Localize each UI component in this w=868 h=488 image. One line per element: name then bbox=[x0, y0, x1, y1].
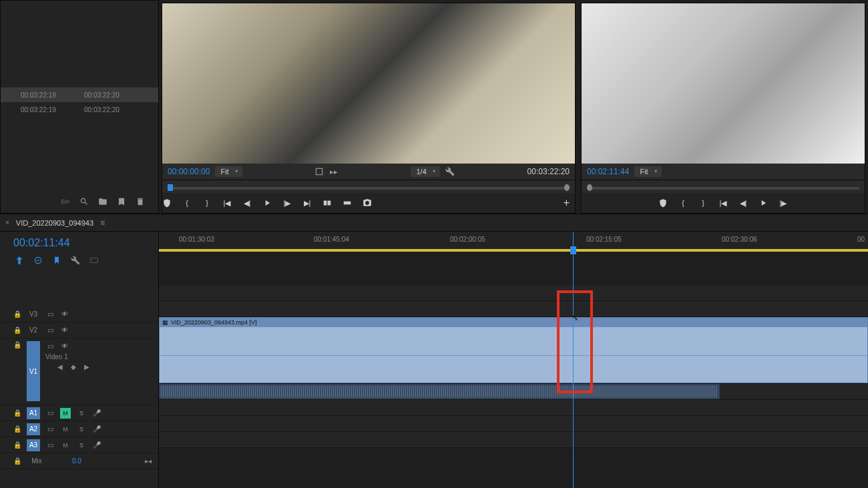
source-ruler[interactable] bbox=[162, 180, 575, 193]
mute-button[interactable]: M bbox=[60, 440, 71, 451]
marker-icon[interactable] bbox=[51, 254, 63, 266]
overlay-icon[interactable]: ▸▸ bbox=[329, 167, 339, 176]
voiceover-icon[interactable]: 🎤 bbox=[92, 425, 101, 434]
linked-selection-icon[interactable] bbox=[32, 254, 44, 266]
source-preview[interactable] bbox=[162, 3, 575, 164]
add-marker-icon[interactable] bbox=[162, 198, 172, 208]
settings-icon[interactable] bbox=[314, 167, 324, 176]
wrench-icon[interactable] bbox=[69, 254, 81, 266]
track-a2[interactable] bbox=[159, 400, 868, 416]
program-preview[interactable] bbox=[582, 3, 865, 164]
solo-button[interactable]: S bbox=[76, 424, 87, 435]
export-frame-icon[interactable] bbox=[363, 198, 372, 208]
go-out-icon[interactable]: ▶| bbox=[302, 198, 312, 208]
track-v1[interactable]: ▦ VID_20220903_094943.mp4 [V] bbox=[159, 317, 868, 384]
eye-icon[interactable]: 👁 bbox=[60, 310, 69, 319]
close-tab-icon[interactable]: × bbox=[5, 219, 9, 226]
track-mix[interactable] bbox=[159, 432, 868, 448]
track-header-mix[interactable]: 🔒 Mix 0.0 ▸◂ bbox=[0, 453, 158, 469]
program-ruler[interactable] bbox=[582, 180, 865, 193]
mix-value[interactable]: 0.0 bbox=[72, 457, 81, 465]
snap-icon[interactable] bbox=[13, 254, 25, 266]
playhead[interactable] bbox=[573, 232, 574, 488]
step-back-icon[interactable]: ◀| bbox=[242, 198, 252, 208]
track-a3[interactable] bbox=[159, 416, 868, 432]
mark-out-icon[interactable]: } bbox=[202, 198, 212, 208]
lock-icon[interactable]: 🔒 bbox=[13, 441, 21, 449]
add-keyframe-icon[interactable]: ◆ bbox=[71, 363, 76, 371]
ruler-handle[interactable] bbox=[587, 184, 592, 191]
mark-out-icon[interactable]: } bbox=[698, 198, 708, 208]
label-icon[interactable] bbox=[117, 197, 126, 206]
step-back-icon[interactable]: ◀| bbox=[738, 198, 748, 208]
track-header-v1[interactable]: 🔒 V1 ▭ 👁 Video 1 ◀ ◆ ▶ bbox=[0, 338, 158, 405]
audio-clip[interactable] bbox=[159, 384, 720, 399]
toggle-output-icon[interactable]: ▭ bbox=[45, 409, 55, 418]
play-icon[interactable] bbox=[758, 198, 768, 208]
track-header-a1[interactable]: 🔒 A1 ▭ M S 🎤 bbox=[0, 405, 158, 421]
add-marker-icon[interactable] bbox=[658, 198, 668, 208]
new-bin-icon[interactable] bbox=[98, 197, 107, 206]
in-marker[interactable] bbox=[168, 184, 173, 191]
track-tag[interactable]: A1 bbox=[27, 407, 40, 419]
fit-dropdown[interactable]: Fit bbox=[634, 166, 661, 177]
track-header-v2[interactable]: 🔒 V2 ▭ 👁 bbox=[0, 322, 158, 338]
lock-icon[interactable]: 🔒 bbox=[13, 310, 21, 318]
track-v2[interactable] bbox=[159, 301, 868, 317]
track-header-a2[interactable]: 🔒 A2 ▭ M S 🎤 bbox=[0, 421, 158, 437]
mark-in-icon[interactable]: { bbox=[678, 198, 688, 208]
time-ruler[interactable]: 00:01:30:0300:01:45:0400:02:00:0500:02:1… bbox=[159, 232, 868, 252]
track-tag[interactable]: V2 bbox=[27, 324, 40, 336]
go-in-icon[interactable]: |◀ bbox=[222, 198, 232, 208]
toggle-output-icon[interactable]: ▭ bbox=[45, 310, 55, 319]
mute-button[interactable]: M bbox=[60, 408, 71, 419]
track-tag[interactable]: V1 bbox=[27, 341, 40, 401]
fit-dropdown[interactable]: Fit bbox=[215, 166, 242, 177]
solo-button[interactable]: S bbox=[76, 440, 87, 451]
go-in-icon[interactable]: |◀ bbox=[718, 198, 728, 208]
lock-icon[interactable]: 🔒 bbox=[13, 425, 21, 433]
video-clip[interactable]: ▦ VID_20220903_094943.mp4 [V] bbox=[159, 317, 868, 383]
lock-icon[interactable]: 🔒 bbox=[13, 409, 21, 417]
track-header-a3[interactable]: 🔒 A3 ▭ M S 🎤 bbox=[0, 437, 158, 453]
timeline-tracks[interactable]: 00:01:30:0300:01:45:0400:02:00:0500:02:1… bbox=[159, 232, 868, 488]
lock-icon[interactable]: 🔒 bbox=[13, 326, 21, 334]
voiceover-icon[interactable]: 🎤 bbox=[92, 409, 101, 418]
search-icon[interactable] bbox=[79, 197, 89, 206]
project-row[interactable]: 00:03:22:19 00:03:22:20 bbox=[1, 102, 158, 117]
toggle-output-icon[interactable]: ▭ bbox=[45, 341, 55, 350]
toggle-output-icon[interactable]: ▭ bbox=[45, 326, 55, 335]
track-tag[interactable]: V3 bbox=[27, 308, 40, 320]
track-tag[interactable]: A2 bbox=[27, 423, 40, 435]
track-a1[interactable] bbox=[159, 384, 868, 400]
sequence-tab-name[interactable]: VID_20220903_094943 bbox=[16, 219, 93, 227]
source-tc-in[interactable]: 00:00:00:00 bbox=[168, 167, 210, 176]
track-v3[interactable] bbox=[159, 285, 868, 301]
insert-icon[interactable] bbox=[322, 198, 332, 208]
trash-icon[interactable] bbox=[136, 197, 145, 206]
panel-menu-icon[interactable]: ≡ bbox=[100, 218, 105, 228]
track-header-v3[interactable]: 🔒 V3 ▭ 👁 bbox=[0, 306, 158, 322]
lock-icon[interactable]: 🔒 bbox=[13, 341, 21, 348]
play-icon[interactable] bbox=[262, 198, 272, 208]
eye-icon[interactable]: 👁 bbox=[60, 341, 69, 350]
solo-button[interactable]: S bbox=[76, 408, 87, 419]
resolution-dropdown[interactable]: 1/4 bbox=[411, 166, 439, 177]
toggle-output-icon[interactable]: ▭ bbox=[45, 425, 55, 434]
playhead-handle[interactable] bbox=[570, 246, 576, 254]
sync-lock-icon[interactable]: ▸◂ bbox=[145, 457, 152, 465]
mute-button[interactable]: M bbox=[60, 424, 71, 435]
mark-in-icon[interactable]: { bbox=[182, 198, 192, 208]
voiceover-icon[interactable]: 🎤 bbox=[92, 441, 101, 450]
caption-icon[interactable] bbox=[88, 254, 100, 266]
playhead-timecode[interactable]: 00:02:11:44 bbox=[0, 232, 158, 252]
prev-keyframe-icon[interactable]: ◀ bbox=[57, 363, 63, 371]
toggle-output-icon[interactable]: ▭ bbox=[45, 441, 55, 450]
project-row[interactable]: 00:03:22:19 00:03:22:20 bbox=[1, 87, 158, 102]
source-tc-out[interactable]: 00:03:22:20 bbox=[527, 167, 570, 176]
program-tc-in[interactable]: 00:02:11:44 bbox=[587, 167, 629, 176]
lock-icon[interactable]: 🔒 bbox=[13, 457, 21, 465]
button-editor-icon[interactable]: + bbox=[564, 197, 570, 209]
wrench-icon[interactable] bbox=[445, 167, 455, 176]
eye-icon[interactable]: 👁 bbox=[60, 326, 69, 335]
